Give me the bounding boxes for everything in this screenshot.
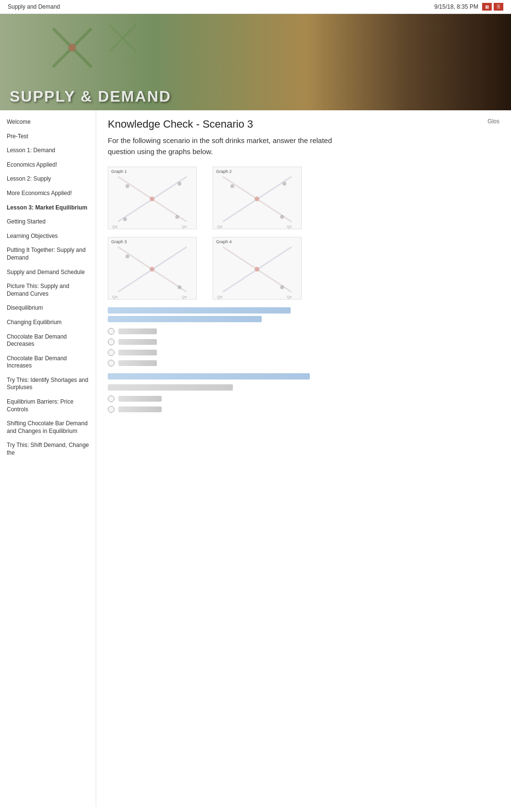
radio-5[interactable] — [108, 395, 115, 402]
svg-point-19 — [280, 215, 284, 219]
sidebar: Welcome Pre-Test Lesson 1: Demand Econom… — [0, 110, 96, 807]
svg-point-26 — [178, 285, 181, 289]
sidebar-item-shifting-choc[interactable]: Shifting Chocolate Bar Demand and Change… — [0, 417, 96, 438]
section-subheader — [108, 384, 233, 391]
datetime: 9/15/18, 8:35 PM — [434, 3, 478, 10]
caption-line-1 — [108, 307, 291, 314]
svg-point-32 — [280, 285, 284, 289]
svg-text:Qd: Qd — [217, 224, 222, 229]
radio-1[interactable] — [108, 328, 115, 335]
graph-2-svg: Qd Qs — [213, 167, 301, 229]
banner-cross-1 — [48, 24, 96, 72]
svg-text:Qs: Qs — [287, 295, 292, 299]
page-title: Knowledge Check - Scenario 3 — [108, 118, 253, 131]
sidebar-item-schedule[interactable]: Supply and Demand Schedule — [0, 265, 96, 280]
graph-1-svg: Qd Qs — [108, 167, 196, 229]
sidebar-item-lesson3[interactable]: Lesson 3: Market Equilibrium — [0, 201, 96, 215]
icon-bar: ▦ ☰ — [482, 3, 503, 11]
sidebar-item-price-controls[interactable]: Equilibrium Barriers: Price Controls — [0, 395, 96, 417]
svg-point-9 — [178, 182, 181, 186]
answer-option-5[interactable] — [108, 395, 499, 402]
sidebar-item-choc-increase[interactable]: Chocolate Bar Demand Increases — [0, 352, 96, 373]
answer-1-label — [118, 328, 157, 334]
radio-4[interactable] — [108, 360, 115, 367]
answer-option-4[interactable] — [108, 360, 499, 367]
answer-option-1[interactable] — [108, 328, 499, 335]
caption-line-2 — [108, 316, 262, 322]
svg-text:Qd: Qd — [112, 224, 117, 229]
answer-5-label — [118, 396, 162, 402]
sidebar-item-welcome[interactable]: Welcome — [0, 115, 96, 130]
answer-options-2 — [108, 395, 499, 413]
svg-text:Qd: Qd — [112, 295, 117, 299]
sidebar-item-getting-started[interactable]: Getting Started — [0, 215, 96, 229]
sidebar-item-changing-equilibrium[interactable]: Changing Equilibrium — [0, 315, 96, 330]
svg-point-8 — [126, 184, 129, 188]
svg-text:Qs: Qs — [182, 224, 187, 229]
svg-point-2 — [68, 44, 76, 52]
graph-2: Graph 2 Qd Qs — [213, 167, 302, 229]
main-layout: Welcome Pre-Test Lesson 1: Demand Econom… — [0, 110, 511, 807]
answer-option-3[interactable] — [108, 349, 499, 356]
svg-text:Qs: Qs — [287, 224, 292, 229]
menu-icon[interactable]: ☰ — [494, 3, 503, 11]
instruction-line — [108, 373, 310, 380]
svg-point-17 — [230, 184, 234, 188]
sidebar-item-picture-this[interactable]: Picture This: Supply and Demand Curves — [0, 279, 96, 301]
svg-point-25 — [126, 254, 129, 258]
sidebar-item-putting-together[interactable]: Putting It Together: Supply and Demand — [0, 243, 96, 265]
sidebar-item-economics-applied[interactable]: Economics Applied! — [0, 158, 96, 172]
graph-3-svg: Qd Qs — [108, 237, 196, 299]
sidebar-item-pre-test[interactable]: Pre-Test — [0, 130, 96, 144]
svg-point-11 — [123, 217, 127, 221]
top-bar: Supply and Demand 9/15/18, 8:35 PM ▦ ☰ — [0, 0, 511, 14]
radio-3[interactable] — [108, 349, 115, 356]
radio-6[interactable] — [108, 406, 115, 413]
sidebar-item-try-shift[interactable]: Try This: Shift Demand, Change the — [0, 438, 96, 460]
sidebar-item-more-economics[interactable]: More Economics Applied! — [0, 186, 96, 201]
app-title: Supply and Demand — [8, 3, 60, 10]
answer-3-label — [118, 350, 157, 355]
glos-link[interactable]: Glos — [487, 118, 499, 125]
svg-point-24 — [150, 267, 154, 272]
content-area: Knowledge Check - Scenario 3 Glos For th… — [96, 110, 511, 807]
sidebar-item-shortages[interactable]: Try This: Identify Shortages and Surplus… — [0, 373, 96, 395]
top-bar-right: 9/15/18, 8:35 PM ▦ ☰ — [434, 3, 503, 11]
banner-cross-2 — [106, 21, 140, 55]
graph-3: Graph 3 Qd Qs — [108, 237, 197, 300]
answer-4-label — [118, 360, 157, 366]
sidebar-item-lesson1[interactable]: Lesson 1: Demand — [0, 144, 96, 158]
answer-option-2[interactable] — [108, 339, 499, 345]
svg-point-7 — [150, 196, 154, 201]
graph-1: Graph 1 Qd Qs — [108, 167, 197, 229]
graph-4-svg: Qd Qs — [213, 237, 301, 299]
sidebar-item-disequilibrium[interactable]: Disequilibrium — [0, 301, 96, 315]
intro-text: For the following scenario in the soft d… — [108, 135, 358, 157]
graph-grid: Graph 1 Qd Qs Graph 2 — [108, 167, 310, 300]
svg-text:Qd: Qd — [217, 295, 222, 299]
answer-options — [108, 328, 499, 367]
sidebar-item-lesson2[interactable]: Lesson 2: Supply — [0, 172, 96, 186]
answer-6-label — [118, 406, 162, 412]
svg-point-31 — [255, 267, 259, 272]
banner-title: SUPPLY & DEMAND — [10, 88, 171, 105]
banner: SUPPLY & DEMAND — [0, 14, 511, 110]
radio-2[interactable] — [108, 339, 115, 345]
answer-2-label — [118, 339, 157, 345]
sidebar-item-learning-objectives[interactable]: Learning Objectives — [0, 229, 96, 244]
answer-option-6[interactable] — [108, 406, 499, 413]
graph-4: Graph 4 Qd Qs — [213, 237, 302, 300]
svg-text:Qs: Qs — [182, 295, 187, 299]
svg-point-16 — [255, 196, 259, 201]
svg-point-18 — [282, 182, 286, 186]
content-header: Knowledge Check - Scenario 3 Glos — [108, 118, 499, 131]
sidebar-item-choc-decrease[interactable]: Chocolate Bar Demand Decreases — [0, 330, 96, 352]
svg-point-10 — [175, 215, 179, 219]
chart-icon[interactable]: ▦ — [482, 3, 492, 11]
